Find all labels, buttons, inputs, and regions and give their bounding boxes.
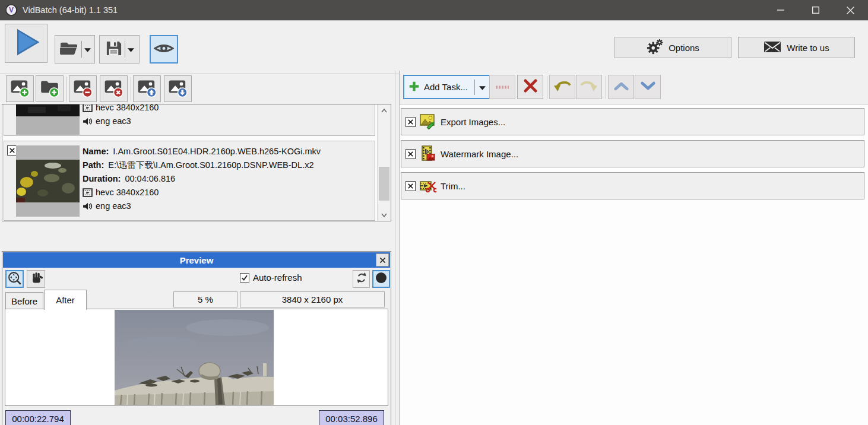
toolbar-separator (474, 80, 475, 95)
time-start-field[interactable]: 00:00:22.794 (5, 410, 71, 425)
file-thumbnail (16, 104, 80, 135)
preview-canvas[interactable] (5, 309, 388, 406)
preview-panel: Preview Auto-refresh (2, 251, 391, 425)
background-color-button[interactable] (372, 270, 390, 288)
file-list[interactable]: hevc 3840x2160 eng eac3 Name:I.Am.Groo (2, 104, 391, 221)
redo-icon (580, 79, 598, 95)
add-file-icon (10, 78, 30, 100)
undo-button[interactable] (549, 75, 575, 99)
redo-button[interactable] (576, 75, 602, 99)
undo-icon (553, 79, 571, 95)
remove-file-button[interactable] (69, 75, 97, 102)
speaker-icon (83, 202, 93, 211)
app-window: V VidBatch (64-bit) 1.1 351 (0, 0, 868, 425)
file-list-item[interactable]: Name:I.Am.Groot.S01E04.HDR.2160p.WEB.h26… (4, 141, 375, 221)
move-file-down-button[interactable] (164, 75, 192, 102)
options-button[interactable]: Options (614, 37, 731, 58)
add-task-button[interactable]: Add Task... (403, 75, 491, 99)
main-toolbar: Options Write to us (0, 21, 868, 73)
svg-text:V: V (9, 6, 14, 14)
task-label: Export Images... (441, 117, 505, 127)
save-button[interactable] (99, 35, 140, 64)
auto-refresh-label: Auto-refresh (253, 272, 302, 283)
move-file-up-icon (137, 78, 157, 100)
file-name-line: Name:I.Am.Groot.S01E04.HDR.2160p.WEB.h26… (83, 145, 321, 158)
envelope-icon (764, 40, 781, 55)
file-video-info: hevc 3840x2160 (83, 104, 159, 115)
write-to-us-button[interactable]: Write to us (738, 37, 855, 58)
tab-after[interactable]: After (44, 290, 87, 310)
add-task-caret-icon[interactable] (479, 82, 486, 92)
toolbar-separator (66, 77, 67, 102)
image-size-box: 3840 x 2160 px (240, 291, 385, 307)
task-label: Watermark Image... (441, 149, 518, 159)
hand-icon (29, 271, 43, 287)
auto-refresh-control[interactable]: Auto-refresh (240, 272, 302, 283)
move-file-down-icon (168, 78, 188, 100)
move-file-up-button[interactable] (133, 75, 161, 102)
preview-titlebar: Preview (3, 252, 390, 268)
filmstrip-icon (83, 188, 93, 197)
window-title: VidBatch (64-bit) 1.1 351 (23, 5, 118, 15)
save-dropdown-caret-icon[interactable] (128, 44, 134, 55)
run-button[interactable] (5, 24, 47, 63)
task-checkbox[interactable] (406, 117, 416, 127)
maximize-button[interactable] (798, 0, 833, 20)
tab-before[interactable]: Before (5, 292, 43, 310)
delete-tasks-button[interactable] (517, 75, 543, 99)
titlebar: V VidBatch (64-bit) 1.1 351 (0, 0, 868, 21)
watermark-image-icon (420, 145, 436, 162)
toolbar-separator (131, 77, 131, 102)
dashed-minus-icon (494, 82, 511, 93)
open-folder-icon (59, 40, 79, 59)
remove-all-files-icon (104, 78, 123, 100)
auto-refresh-checkbox[interactable] (240, 273, 249, 283)
task-checkbox[interactable] (406, 181, 416, 191)
scroll-down-icon[interactable] (378, 209, 391, 221)
scrollbar-thumb[interactable] (379, 167, 389, 201)
task-panel: Add Task... (399, 71, 868, 425)
scroll-up-icon[interactable] (378, 104, 391, 116)
task-row-export-images[interactable]: Export Images... (401, 108, 864, 135)
play-icon (11, 27, 41, 59)
panel-separator (395, 71, 395, 425)
add-folder-button[interactable] (36, 75, 64, 102)
remove-task-button[interactable] (489, 75, 515, 99)
file-list-item-scrolled[interactable]: hevc 3840x2160 eng eac3 (4, 104, 375, 136)
filmstrip-icon (83, 104, 93, 112)
file-list-scrollbar[interactable] (377, 104, 391, 221)
file-toolbar (0, 74, 394, 104)
pan-button[interactable] (27, 270, 45, 288)
move-task-up-button[interactable] (608, 75, 634, 99)
toolbar-separator (81, 41, 82, 58)
preview-toolbar: Auto-refresh (2, 268, 391, 290)
app-icon: V (5, 4, 17, 16)
red-x-icon (523, 78, 538, 96)
refresh-button[interactable] (353, 270, 370, 288)
task-checkbox[interactable] (406, 149, 416, 159)
zoom-percent-box[interactable]: 5 % (173, 291, 237, 307)
preview-close-button[interactable] (376, 253, 389, 267)
move-task-down-button[interactable] (635, 75, 661, 99)
close-button[interactable] (833, 0, 868, 20)
toolbar-separator (125, 41, 125, 58)
gear-icon (647, 39, 663, 57)
file-path-line: Path:E:\迅雷下载\I.Am.Groot.S01.2160p.DSNP.W… (83, 158, 321, 172)
remove-all-files-button[interactable] (100, 75, 128, 102)
green-plus-icon (408, 81, 420, 94)
add-folder-icon (40, 78, 59, 100)
toolbar-separator (547, 76, 547, 99)
time-end-field[interactable]: 00:03:52.896 (319, 410, 384, 425)
minimize-button[interactable] (763, 0, 798, 20)
chevron-down-icon (640, 81, 656, 94)
file-video-info: hevc 3840x2160 (83, 186, 321, 199)
open-button[interactable] (55, 35, 95, 64)
add-file-button[interactable] (6, 75, 34, 102)
remove-file-icon (73, 78, 93, 100)
preview-toggle-button[interactable] (150, 35, 178, 64)
zoom-fit-button[interactable] (5, 270, 24, 288)
file-duration-line: Duration:00:04:06.816 (83, 172, 321, 186)
task-row-trim[interactable]: Trim... (401, 172, 864, 199)
task-row-watermark-image[interactable]: Watermark Image... (401, 140, 864, 167)
open-dropdown-caret-icon[interactable] (84, 44, 91, 55)
